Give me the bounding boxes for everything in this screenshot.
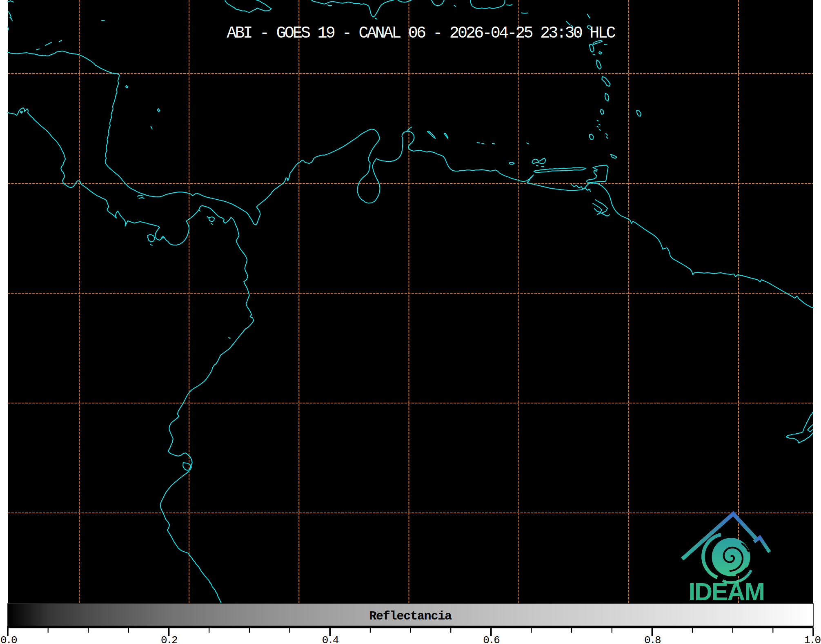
svg-text:0.8: 0.8 (644, 634, 661, 644)
svg-text:1.0: 1.0 (804, 634, 820, 644)
svg-text:0.6: 0.6 (483, 634, 499, 644)
svg-text:0.4: 0.4 (322, 634, 339, 644)
svg-text:0.2: 0.2 (161, 634, 177, 644)
svg-text:ABI - GOES 19 - CANAL 06 - 202: ABI - GOES 19 - CANAL 06 - 2026-04-25 23… (227, 24, 615, 42)
svg-text:Reflectancia: Reflectancia (369, 609, 452, 623)
svg-text:IDEAM: IDEAM (688, 578, 764, 606)
svg-text:0.0: 0.0 (0, 634, 17, 644)
